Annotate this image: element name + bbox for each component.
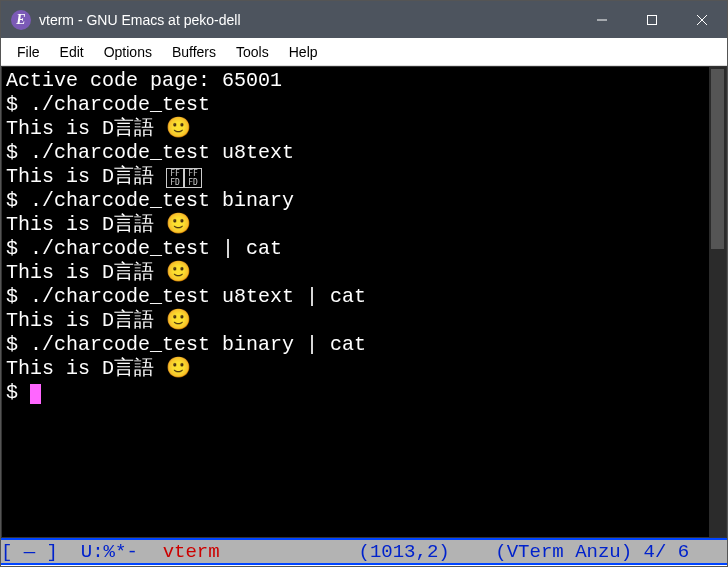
menubar: File Edit Options Buffers Tools Help bbox=[1, 38, 727, 66]
terminal-line: $ ./charcode_test bbox=[6, 93, 722, 117]
output-text: This is D言語 bbox=[6, 165, 166, 188]
output-text: This is D言語 bbox=[6, 357, 166, 380]
smile-emoji: 🙂 bbox=[166, 117, 191, 140]
prompt: $ bbox=[6, 237, 30, 260]
terminal-line: This is D言語 🙂 bbox=[6, 261, 722, 285]
smile-emoji: 🙂 bbox=[166, 357, 191, 380]
prompt: $ bbox=[6, 93, 30, 116]
command-text: ./charcode_test u8text bbox=[30, 141, 294, 164]
command-text: ./charcode_test binary | cat bbox=[30, 333, 366, 356]
terminal-line: This is D言語 🙂 bbox=[6, 213, 722, 237]
output-text: This is D言語 bbox=[6, 309, 166, 332]
window-title: vterm - GNU Emacs at peko-dell bbox=[39, 12, 577, 28]
terminal-cursor bbox=[30, 384, 41, 404]
modeline-spacer bbox=[222, 541, 359, 563]
prompt: $ bbox=[6, 381, 30, 404]
terminal-line: $ ./charcode_test u8text | cat bbox=[6, 285, 722, 309]
terminal-line: $ ./charcode_test | cat bbox=[6, 237, 722, 261]
output-text: This is D言語 bbox=[6, 117, 166, 140]
smile-emoji: 🙂 bbox=[166, 213, 191, 236]
menu-tools[interactable]: Tools bbox=[226, 41, 279, 63]
prompt: $ bbox=[6, 285, 30, 308]
maximize-button[interactable] bbox=[627, 1, 677, 38]
command-text: ./charcode_test bbox=[30, 93, 210, 116]
menu-options[interactable]: Options bbox=[94, 41, 162, 63]
menu-edit[interactable]: Edit bbox=[50, 41, 94, 63]
terminal-line: $ ./charcode_test u8text bbox=[6, 141, 722, 165]
modeline-mode: (VTerm Anzu) 4/ 6 bbox=[495, 541, 689, 563]
terminal-area[interactable]: Active code page: 65001$ ./charcode_test… bbox=[1, 66, 727, 538]
close-button[interactable] bbox=[677, 1, 727, 38]
smile-emoji: 🙂 bbox=[166, 309, 191, 332]
modeline-spacer2 bbox=[450, 541, 496, 563]
modeline-buffer-name: vterm bbox=[161, 541, 222, 563]
terminal-line: $ bbox=[6, 381, 722, 405]
menu-file[interactable]: File bbox=[7, 41, 50, 63]
terminal-line: This is D言語 🙂 bbox=[6, 309, 722, 333]
emacs-icon: E bbox=[11, 10, 31, 30]
menu-help[interactable]: Help bbox=[279, 41, 328, 63]
svg-rect-1 bbox=[648, 15, 657, 24]
prompt: $ bbox=[6, 141, 30, 164]
prompt: $ bbox=[6, 333, 30, 356]
replacement-char-icon: FF FD bbox=[184, 168, 202, 188]
modeline-position: (1013,2) bbox=[358, 541, 449, 563]
smile-emoji: 🙂 bbox=[166, 261, 191, 284]
terminal-line: This is D言語 FF FDFF FD bbox=[6, 165, 722, 189]
terminal-line: This is D言語 🙂 bbox=[6, 357, 722, 381]
modeline: [ — ] U:%*- vterm (1013,2) (VTerm Anzu) … bbox=[1, 538, 727, 565]
terminal-line: This is D言語 🙂 bbox=[6, 117, 722, 141]
menu-buffers[interactable]: Buffers bbox=[162, 41, 226, 63]
command-text: ./charcode_test u8text | cat bbox=[30, 285, 366, 308]
output-text: This is D言語 bbox=[6, 213, 166, 236]
minimize-button[interactable] bbox=[577, 1, 627, 38]
scrollbar[interactable] bbox=[709, 67, 726, 537]
window-controls bbox=[577, 1, 727, 38]
replacement-char-icon: FF FD bbox=[166, 168, 184, 188]
scrollbar-thumb[interactable] bbox=[711, 69, 724, 249]
terminal-line: Active code page: 65001 bbox=[6, 69, 722, 93]
output-text: This is D言語 bbox=[6, 261, 166, 284]
output-text: Active code page: 65001 bbox=[6, 69, 282, 92]
modeline-status: [ — ] U:%*- bbox=[1, 541, 161, 563]
terminal-line: $ ./charcode_test binary bbox=[6, 189, 722, 213]
command-text: ./charcode_test | cat bbox=[30, 237, 282, 260]
titlebar: E vterm - GNU Emacs at peko-dell bbox=[1, 1, 727, 38]
prompt: $ bbox=[6, 189, 30, 212]
command-text: ./charcode_test binary bbox=[30, 189, 294, 212]
terminal-line: $ ./charcode_test binary | cat bbox=[6, 333, 722, 357]
